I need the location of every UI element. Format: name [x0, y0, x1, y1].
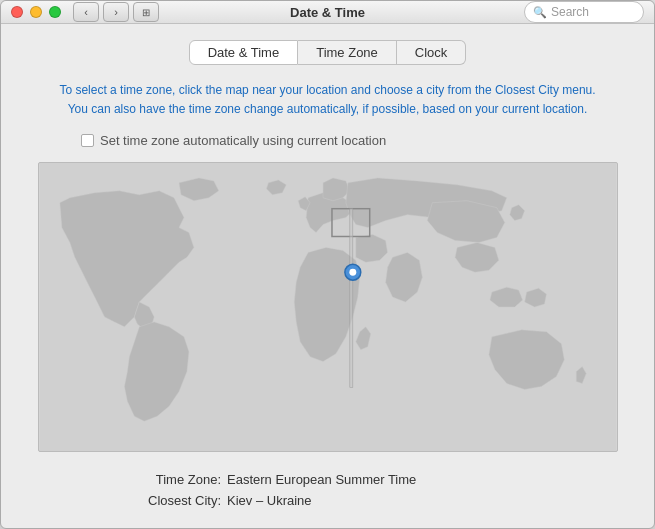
minimize-button[interactable] [30, 6, 42, 18]
tab-bar: Date & Time Time Zone Clock [189, 40, 467, 65]
timezone-value: Eastern European Summer Time [227, 472, 416, 487]
svg-rect-1 [349, 209, 352, 388]
world-map[interactable] [38, 162, 618, 452]
maximize-button[interactable] [49, 6, 61, 18]
timezone-row: Time Zone: Eastern European Summer Time [121, 472, 416, 487]
map-svg [39, 163, 617, 451]
auto-timezone-checkbox[interactable] [81, 134, 94, 147]
auto-timezone-row: Set time zone automatically using curren… [81, 133, 386, 148]
tab-time-zone[interactable]: Time Zone [298, 40, 397, 65]
search-box[interactable]: 🔍 Search [524, 1, 644, 23]
location-dot-center [349, 269, 356, 276]
closest-city-value: Kiev – Ukraine [227, 493, 312, 508]
window-title: Date & Time [290, 5, 365, 20]
timezone-label: Time Zone: [121, 472, 221, 487]
search-placeholder: Search [551, 5, 589, 19]
nav-buttons: ‹ › [73, 2, 129, 22]
auto-timezone-label: Set time zone automatically using curren… [100, 133, 386, 148]
grid-view-button[interactable]: ⊞ [133, 2, 159, 22]
bottom-info: Time Zone: Eastern European Summer Time … [121, 472, 416, 508]
close-button[interactable] [11, 6, 23, 18]
info-line-2: You can also have the time zone change a… [59, 100, 595, 119]
content-area: Date & Time Time Zone Clock To select a … [1, 24, 654, 528]
forward-icon: › [114, 6, 118, 18]
grid-icon: ⊞ [142, 7, 150, 18]
back-icon: ‹ [84, 6, 88, 18]
window: ‹ › ⊞ Date & Time 🔍 Search Date & Time T… [0, 0, 655, 529]
back-button[interactable]: ‹ [73, 2, 99, 22]
tab-clock[interactable]: Clock [397, 40, 467, 65]
traffic-lights [11, 6, 61, 18]
closest-city-row: Closest City: Kiev – Ukraine [121, 493, 416, 508]
forward-button[interactable]: › [103, 2, 129, 22]
info-text: To select a time zone, click the map nea… [59, 81, 595, 119]
title-bar: ‹ › ⊞ Date & Time 🔍 Search [1, 1, 654, 24]
tab-date-time[interactable]: Date & Time [189, 40, 299, 65]
info-line-1: To select a time zone, click the map nea… [59, 81, 595, 100]
closest-city-label: Closest City: [121, 493, 221, 508]
search-icon: 🔍 [533, 6, 547, 19]
